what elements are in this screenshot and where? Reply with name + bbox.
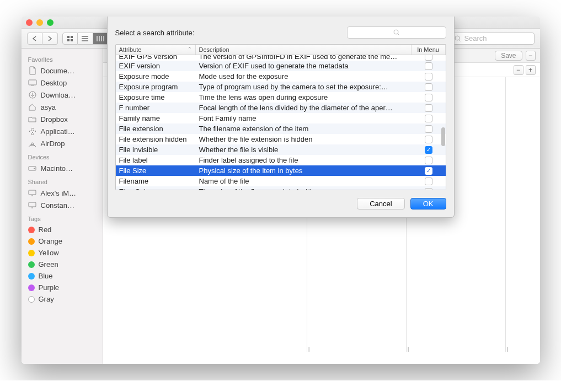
cell-description: Physical size of the item in bytes bbox=[196, 167, 412, 175]
cell-inmenu bbox=[412, 115, 446, 122]
in-menu-checkbox[interactable] bbox=[425, 136, 432, 143]
sidebar-tag-item[interactable]: Orange bbox=[22, 235, 103, 247]
attribute-table: Attribute Description In Menu EXIF GPS v… bbox=[115, 44, 446, 190]
tag-dot-icon bbox=[28, 250, 35, 256]
sidebar-item[interactable]: Alex's iM… bbox=[22, 187, 103, 199]
cell-attribute: F number bbox=[116, 104, 196, 112]
in-menu-checkbox[interactable]: ✓ bbox=[425, 167, 432, 175]
in-menu-checkbox[interactable] bbox=[425, 83, 432, 91]
in-menu-checkbox[interactable] bbox=[425, 115, 432, 122]
cell-inmenu bbox=[412, 104, 446, 112]
cell-attribute: Exposure mode bbox=[116, 72, 196, 80]
table-row[interactable]: Exposure programType of program used by … bbox=[116, 82, 446, 92]
cell-description: Type of program used by the camera to se… bbox=[196, 83, 412, 91]
column-view-button[interactable] bbox=[93, 33, 109, 45]
in-menu-checkbox[interactable] bbox=[425, 73, 432, 80]
sidebar-item-label: Red bbox=[39, 225, 52, 234]
minimize-button[interactable] bbox=[36, 19, 43, 26]
table-row[interactable]: EXIF versionVersion of EXIF used to gene… bbox=[116, 61, 446, 71]
sidebar-item-label: Green bbox=[39, 260, 58, 269]
sidebar-item[interactable]: asya bbox=[22, 101, 103, 113]
table-row[interactable]: Family nameFont Family name bbox=[116, 113, 446, 123]
table-row[interactable]: File labelFinder label assigned to the f… bbox=[116, 155, 446, 165]
in-menu-checkbox[interactable]: ✓ bbox=[425, 146, 432, 154]
remove-criteria-button[interactable]: − bbox=[526, 51, 536, 61]
sheet-title: Select a search attribute: bbox=[115, 29, 195, 37]
cell-attribute: Exposure program bbox=[116, 83, 196, 91]
table-row[interactable]: File SizePhysical size of the item in by… bbox=[116, 165, 446, 176]
forward-button[interactable] bbox=[42, 33, 58, 45]
save-search-button[interactable]: Save bbox=[495, 51, 522, 61]
table-row[interactable]: FilenameName of the file bbox=[116, 176, 446, 186]
sidebar-item[interactable]: Constan… bbox=[22, 199, 103, 211]
cell-inmenu bbox=[412, 55, 446, 61]
sidebar: Favorites Docume…DesktopDownloa…asyaDrop… bbox=[22, 49, 103, 364]
icon-view-button[interactable] bbox=[62, 33, 78, 45]
col-header-attribute[interactable]: Attribute bbox=[116, 45, 196, 55]
cell-attribute: EXIF GPS version bbox=[116, 55, 196, 61]
sidebar-item[interactable]: Desktop bbox=[22, 77, 103, 89]
col-header-inmenu[interactable]: In Menu bbox=[412, 45, 446, 55]
cell-inmenu bbox=[412, 125, 446, 133]
cancel-button[interactable]: Cancel bbox=[357, 198, 404, 210]
desktop-icon bbox=[28, 78, 37, 87]
criteria-remove-button[interactable]: − bbox=[514, 65, 523, 75]
sheet-search-field[interactable] bbox=[347, 26, 446, 39]
cell-attribute: Family name bbox=[116, 114, 196, 122]
cell-inmenu bbox=[412, 178, 446, 185]
sidebar-item[interactable]: Dropbox bbox=[22, 113, 103, 125]
ok-button[interactable]: OK bbox=[410, 198, 446, 210]
table-row[interactable]: F numberFocal length of the lens divided… bbox=[116, 103, 446, 113]
table-row[interactable]: Exposure modeMode used for the exposure bbox=[116, 71, 446, 82]
sidebar-item-label: Alex's iM… bbox=[41, 189, 77, 197]
col-header-description[interactable]: Description bbox=[196, 45, 412, 55]
scrollbar-thumb[interactable] bbox=[441, 127, 445, 146]
table-row[interactable]: EXIF GPS versionThe version of GPSInfoIF… bbox=[116, 55, 446, 61]
zoom-button[interactable] bbox=[47, 19, 54, 26]
sidebar-tag-item[interactable]: Purple bbox=[22, 282, 103, 293]
sidebar-item[interactable]: Docume… bbox=[22, 65, 103, 77]
cell-inmenu: ✓ bbox=[412, 146, 446, 154]
in-menu-checkbox[interactable] bbox=[425, 178, 432, 185]
table-row[interactable]: File extensionThe filename extension of … bbox=[116, 123, 446, 134]
cell-description: Mode used for the exposure bbox=[196, 72, 412, 80]
cell-attribute: Filename bbox=[116, 177, 196, 185]
table-row[interactable]: Exposure timeTime the lens was open duri… bbox=[116, 92, 446, 103]
close-button[interactable] bbox=[26, 19, 33, 26]
sidebar-tag-item[interactable]: Yellow bbox=[22, 247, 103, 259]
cell-attribute: EXIF version bbox=[116, 62, 196, 70]
in-menu-checkbox[interactable] bbox=[425, 62, 432, 70]
in-menu-checkbox[interactable] bbox=[425, 104, 432, 112]
document-icon bbox=[28, 66, 37, 75]
download-icon bbox=[28, 90, 37, 99]
table-row[interactable]: File extension hiddenWhether the file ex… bbox=[116, 134, 446, 144]
sidebar-item[interactable]: AirDrop bbox=[22, 137, 103, 149]
sidebar-tag-item[interactable]: Red bbox=[22, 224, 103, 235]
sidebar-item[interactable]: Macinto… bbox=[22, 162, 103, 174]
svg-point-15 bbox=[34, 168, 35, 169]
in-menu-checkbox[interactable] bbox=[425, 157, 432, 164]
sidebar-tag-item[interactable]: Blue bbox=[22, 270, 103, 282]
svg-point-10 bbox=[455, 36, 460, 40]
cell-description: The color of the flag associated with a … bbox=[196, 187, 412, 190]
in-menu-checkbox[interactable] bbox=[425, 125, 432, 133]
sidebar-tag-item[interactable]: Gray bbox=[22, 293, 103, 305]
table-row[interactable]: Flag ColorThe color of the flag associat… bbox=[116, 186, 446, 190]
sidebar-item[interactable]: Downloa… bbox=[22, 89, 103, 101]
sidebar-tag-item[interactable]: Green bbox=[22, 259, 103, 270]
sidebar-item[interactable]: Applicati… bbox=[22, 125, 103, 137]
search-icon bbox=[393, 29, 400, 36]
list-view-button[interactable] bbox=[78, 33, 93, 45]
column-grip-icon[interactable]: || bbox=[507, 346, 507, 352]
criteria-add-button[interactable]: + bbox=[526, 65, 536, 75]
in-menu-checkbox[interactable] bbox=[425, 55, 432, 61]
in-menu-checkbox[interactable] bbox=[425, 94, 432, 101]
disk-icon bbox=[28, 164, 37, 173]
sidebar-item-label: Docume… bbox=[41, 67, 74, 75]
in-menu-checkbox[interactable] bbox=[425, 188, 432, 190]
back-button[interactable] bbox=[27, 33, 42, 45]
apps-icon bbox=[28, 127, 37, 136]
table-row[interactable]: File invisibleWhether the file is visibl… bbox=[116, 144, 446, 155]
table-header: Attribute Description In Menu bbox=[116, 45, 446, 55]
sidebar-item-label: Blue bbox=[39, 272, 53, 280]
